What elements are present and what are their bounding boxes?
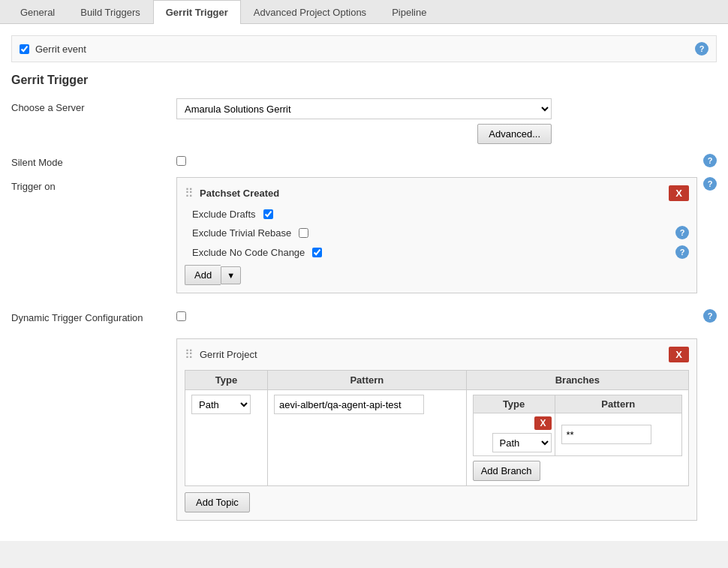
gerrit-event-label: Gerrit event xyxy=(35,44,86,55)
col-header-type: Type xyxy=(185,371,268,390)
choose-server-controls: Amarula Solutions Gerrit Advanced... xyxy=(176,98,717,144)
silent-mode-checkbox[interactable] xyxy=(176,156,186,166)
advanced-btn-row: Advanced... xyxy=(176,124,552,144)
silent-mode-label: Silent Mode xyxy=(11,153,176,168)
patchset-box: ⠿ Patchset Created X Exclude Drafts Excl… xyxy=(176,177,697,293)
tab-pipeline[interactable]: Pipeline xyxy=(379,0,439,24)
branch-row: X Path Plain RegExp ANT xyxy=(473,413,681,456)
exclude-drafts-label: Exclude Drafts xyxy=(192,209,256,220)
gerrit-project-area: ⠿ Gerrit Project X Type Pattern Branches xyxy=(176,332,697,521)
tab-build-triggers[interactable]: Build Triggers xyxy=(68,0,152,24)
branches-inner-table: Type Pattern X xyxy=(473,395,682,456)
row-type-select[interactable]: Path Plain RegExp ANT xyxy=(191,395,251,414)
patchset-header: ⠿ Patchset Created X xyxy=(185,185,689,201)
exclude-drafts-left: Exclude Drafts xyxy=(192,209,273,220)
choose-server-row: Choose a Server Amarula Solutions Gerrit… xyxy=(11,98,717,144)
exclude-trivial-rebase-checkbox[interactable] xyxy=(299,228,308,238)
gerrit-project-close-button[interactable]: X xyxy=(669,347,689,362)
gerrit-project-spacer xyxy=(11,332,176,336)
gerrit-event-checkbox[interactable] xyxy=(20,44,29,54)
trigger-on-area: ⠿ Patchset Created X Exclude Drafts Excl… xyxy=(176,177,697,299)
gerrit-project-drag-icon: ⠿ xyxy=(185,347,194,362)
exclude-trivial-rebase-left: Exclude Trivial Rebase xyxy=(192,227,308,239)
dynamic-trigger-checkbox[interactable] xyxy=(176,311,186,321)
server-select-row: Amarula Solutions Gerrit xyxy=(176,98,627,119)
branch-col-pattern: Pattern xyxy=(555,395,682,413)
patchset-title: Patchset Created xyxy=(200,188,279,199)
tabs-bar: General Build Triggers Gerrit Trigger Ad… xyxy=(0,0,728,24)
exclude-trivial-rebase-option: Exclude Trivial Rebase ? xyxy=(185,226,689,239)
gerrit-event-row: Gerrit event ? xyxy=(11,35,717,62)
exclude-trivial-rebase-help-icon[interactable]: ? xyxy=(675,226,689,239)
add-button[interactable]: Add xyxy=(185,265,221,285)
exclude-trivial-rebase-label: Exclude Trivial Rebase xyxy=(192,227,291,239)
advanced-button[interactable]: Advanced... xyxy=(477,124,552,144)
add-arrow-button[interactable]: ▼ xyxy=(221,266,241,284)
branches-header-row: Type Pattern xyxy=(473,395,681,413)
branch-pattern-input[interactable] xyxy=(561,425,651,444)
gerrit-project-title-area: ⠿ Gerrit Project xyxy=(185,347,257,362)
branch-type-select[interactable]: Path Plain RegExp ANT xyxy=(492,433,552,452)
dynamic-trigger-label: Dynamic Trigger Configuration xyxy=(11,308,176,323)
gerrit-project-header: ⠿ Gerrit Project X xyxy=(185,347,689,362)
exclude-no-code-change-help-icon[interactable]: ? xyxy=(675,245,689,259)
gerrit-event-left: Gerrit event xyxy=(20,44,86,55)
silent-mode-controls xyxy=(176,156,703,166)
section-title: Gerrit Trigger xyxy=(11,74,717,87)
exclude-drafts-option: Exclude Drafts xyxy=(185,209,689,220)
col-header-pattern: Pattern xyxy=(268,371,467,390)
branch-col-type: Type xyxy=(473,395,555,413)
gerrit-project-row: ⠿ Gerrit Project X Type Pattern Branches xyxy=(11,332,717,521)
row-pattern-cell xyxy=(268,390,467,486)
exclude-drafts-checkbox[interactable] xyxy=(263,209,273,219)
gerrit-project-box: ⠿ Gerrit Project X Type Pattern Branches xyxy=(176,338,697,521)
add-branch-button[interactable]: Add Branch xyxy=(473,461,540,481)
add-topic-button[interactable]: Add Topic xyxy=(185,492,250,512)
branch-type-cell: X Path Plain RegExp ANT xyxy=(473,413,555,456)
tab-advanced-project-options[interactable]: Advanced Project Options xyxy=(241,0,379,24)
main-content: Gerrit event ? Gerrit Trigger Choose a S… xyxy=(0,24,728,541)
exclude-no-code-change-left: Exclude No Code Change xyxy=(192,247,322,258)
trigger-on-row: Trigger on ⠿ Patchset Created X Exclude … xyxy=(11,177,717,299)
branch-pattern-cell xyxy=(555,413,682,456)
silent-mode-help-icon[interactable]: ? xyxy=(703,154,717,167)
server-select-container: Amarula Solutions Gerrit Advanced... xyxy=(176,98,627,144)
trigger-on-label: Trigger on xyxy=(11,177,176,192)
exclude-no-code-change-option: Exclude No Code Change ? xyxy=(185,245,689,259)
drag-handle-icon: ⠿ xyxy=(185,186,194,200)
row-type-cell: Path Plain RegExp ANT xyxy=(185,390,268,486)
gerrit-event-help-icon[interactable]: ? xyxy=(695,42,708,56)
silent-mode-row: Silent Mode ? xyxy=(11,153,717,168)
branches-cell: Type Pattern X xyxy=(466,390,688,486)
gerrit-project-title: Gerrit Project xyxy=(200,349,257,360)
dynamic-trigger-controls xyxy=(176,311,703,321)
project-table-header-row: Type Pattern Branches xyxy=(185,371,689,390)
dynamic-trigger-help-icon[interactable]: ? xyxy=(703,309,717,323)
tab-general[interactable]: General xyxy=(8,0,68,24)
exclude-no-code-change-checkbox[interactable] xyxy=(312,248,322,257)
patchset-close-button[interactable]: X xyxy=(669,185,689,201)
trigger-on-help-icon[interactable]: ? xyxy=(703,177,717,191)
exclude-no-code-change-label: Exclude No Code Change xyxy=(192,247,305,258)
add-dropdown-btn: Add ▼ xyxy=(185,265,689,285)
choose-server-label: Choose a Server xyxy=(11,98,176,113)
patchset-title-area: ⠿ Patchset Created xyxy=(185,186,279,200)
project-table: Type Pattern Branches Path Plain RegEx xyxy=(185,370,689,486)
branch-close-button[interactable]: X xyxy=(534,416,551,430)
server-select[interactable]: Amarula Solutions Gerrit xyxy=(176,98,552,119)
tab-gerrit-trigger[interactable]: Gerrit Trigger xyxy=(153,0,241,24)
col-header-branches: Branches xyxy=(466,371,688,390)
table-row: Path Plain RegExp ANT xyxy=(185,390,689,486)
row-pattern-input[interactable] xyxy=(274,395,424,414)
dynamic-trigger-row: Dynamic Trigger Configuration ? xyxy=(11,308,717,323)
